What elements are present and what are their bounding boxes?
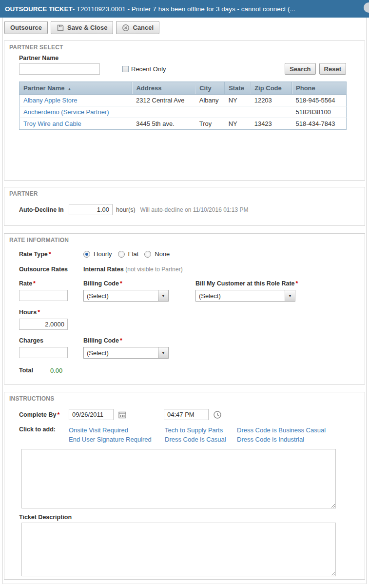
- partner-name-label: Partner Name: [19, 55, 100, 61]
- complete-by-label: Complete By: [19, 411, 56, 418]
- charges-input[interactable]: [19, 347, 68, 358]
- reset-button[interactable]: Reset: [319, 63, 346, 75]
- radio-none[interactable]: [144, 251, 151, 258]
- partner-link[interactable]: Aricherdemo (Service Partner): [23, 108, 109, 116]
- cancel-button[interactable]: Cancel: [116, 21, 159, 34]
- partner-section: PARTNER Auto-Decline In hour(s) Will aut…: [4, 187, 365, 226]
- cell-city: Albany: [195, 95, 225, 106]
- calendar-icon[interactable]: [118, 410, 127, 419]
- save-close-button-label: Save & Close: [67, 24, 107, 31]
- charges-billing-code-select-value: (Select): [84, 347, 158, 358]
- add-instruction-link[interactable]: End User Signature Required: [69, 435, 165, 444]
- clock-icon[interactable]: [213, 410, 222, 419]
- save-close-button[interactable]: Save & Close: [51, 21, 113, 34]
- cell-city: Troy: [195, 118, 225, 130]
- search-button[interactable]: Search: [285, 63, 315, 75]
- required-marker: *: [38, 309, 40, 316]
- dialog-body: Outsource Save & Close: [2, 18, 367, 584]
- add-instruction-link[interactable]: Dress Code is Business Casual: [237, 426, 326, 435]
- cell-phone: 518-945-5564: [292, 95, 347, 106]
- rate-type-radio-group: Hourly Flat None: [83, 250, 173, 258]
- click-to-add-row: Click to add: Onsite Visit Required End …: [19, 426, 360, 444]
- billing-code-select-value: (Select): [84, 290, 158, 301]
- instructions-section-title: INSTRUCTIONS: [9, 395, 360, 402]
- rate-information-section-title: RATE INFORMATION: [9, 237, 360, 243]
- column-header-address[interactable]: Address: [132, 82, 195, 95]
- cell-address: 3445 5th ave.: [132, 118, 195, 130]
- click-to-add-label: Click to add:: [19, 426, 69, 444]
- radio-none-label: None: [155, 250, 170, 258]
- column-header-zip[interactable]: Zip Code: [251, 82, 292, 95]
- cell-zip: [251, 106, 292, 118]
- billing-code-label: Billing Code: [83, 280, 119, 287]
- instructions-textarea[interactable]: [21, 449, 336, 508]
- bill-customer-select-value: (Select): [196, 290, 285, 301]
- cell-state: NY: [225, 118, 251, 130]
- radio-flat[interactable]: [118, 251, 125, 258]
- cell-phone: 5182838100: [292, 106, 347, 118]
- add-instruction-link[interactable]: Onsite Visit Required: [69, 426, 165, 435]
- cell-address: [132, 106, 195, 118]
- column-header-city[interactable]: City: [195, 82, 225, 95]
- charges-billing-code-label: Billing Code: [83, 337, 119, 344]
- total-value: 0.00: [50, 367, 62, 374]
- outsource-button-label: Outsource: [10, 24, 42, 31]
- hours-label: Hours: [19, 309, 37, 316]
- hours-input[interactable]: [19, 319, 68, 330]
- recent-only-label: Recent Only: [131, 65, 166, 73]
- partner-link[interactable]: Albany Apple Store: [23, 97, 78, 104]
- column-header-phone[interactable]: Phone: [292, 82, 347, 95]
- table-row: Albany Apple Store 2312 Central Ave Alba…: [19, 95, 347, 106]
- cancel-icon: [122, 24, 130, 32]
- charges-billing-code-select[interactable]: (Select) ▼: [83, 347, 169, 359]
- internal-rates-note: (not visible to Partner): [125, 266, 182, 273]
- cell-address: 2312 Central Ave: [132, 95, 195, 106]
- billing-code-select[interactable]: (Select) ▼: [83, 290, 169, 302]
- dialog-title: OUTSOURCE TICKET: [5, 5, 73, 13]
- partner-results-table: Partner Name▲ Address City State Zip Cod…: [19, 81, 347, 130]
- charges-label: Charges: [19, 337, 83, 344]
- ticket-description-label: Ticket Description: [19, 514, 360, 521]
- search-button-label: Search: [290, 65, 311, 73]
- partner-link[interactable]: Troy Wire and Cable: [23, 120, 81, 127]
- required-marker: *: [33, 280, 36, 287]
- add-instruction-link[interactable]: Dress Code is Casual: [165, 435, 237, 444]
- complete-by-time-input[interactable]: [164, 409, 209, 420]
- rate-label: Rate: [19, 280, 32, 287]
- dialog-subtitle: - T20110923.0001 - Printer 7 has been of…: [73, 5, 295, 13]
- sort-asc-icon: ▲: [68, 87, 72, 91]
- partner-select-section-title: PARTNER SELECT: [9, 44, 360, 51]
- required-marker: *: [120, 337, 122, 344]
- radio-hourly[interactable]: [83, 251, 90, 258]
- radio-flat-label: Flat: [128, 250, 139, 258]
- bill-customer-label: Bill My Customer at this Role Rate: [195, 280, 295, 287]
- rate-type-label: Rate Type: [19, 251, 48, 258]
- required-marker: *: [57, 411, 59, 418]
- column-header-state[interactable]: State: [225, 82, 251, 95]
- reset-button-label: Reset: [324, 65, 341, 73]
- auto-decline-note: Will auto-decline on 11/10/2016 01:13 PM: [140, 206, 249, 213]
- add-instruction-link[interactable]: Dress Code is Industrial: [237, 435, 326, 444]
- complete-by-date-input[interactable]: [69, 409, 114, 420]
- internal-rates-label: Internal Rates: [83, 266, 124, 273]
- auto-decline-label: Auto-Decline In: [19, 206, 69, 213]
- rate-input[interactable]: [19, 290, 68, 301]
- ticket-description-textarea[interactable]: [21, 523, 336, 576]
- required-marker: *: [120, 280, 122, 287]
- auto-decline-input[interactable]: [69, 204, 113, 215]
- help-icon[interactable]: [364, 2, 369, 13]
- bill-customer-select[interactable]: (Select) ▼: [195, 290, 295, 302]
- auto-decline-suffix: hour(s): [116, 206, 136, 213]
- outsource-rates-label: Outsource Rates: [19, 266, 68, 273]
- partner-section-title: PARTNER: [9, 190, 360, 197]
- chevron-down-icon: ▼: [158, 347, 168, 358]
- outsource-button[interactable]: Outsource: [4, 21, 48, 34]
- recent-only-checkbox[interactable]: [122, 66, 129, 72]
- partner-name-input[interactable]: [19, 63, 100, 75]
- required-marker: *: [49, 250, 51, 258]
- partner-search-row: Partner Name Recent Only Search Reset: [19, 55, 346, 75]
- table-row: Aricherdemo (Service Partner) 5182838100: [19, 106, 347, 118]
- cell-state: [225, 106, 251, 118]
- add-instruction-link[interactable]: Tech to Supply Parts: [165, 426, 237, 435]
- column-header-partner-name[interactable]: Partner Name▲: [19, 82, 132, 95]
